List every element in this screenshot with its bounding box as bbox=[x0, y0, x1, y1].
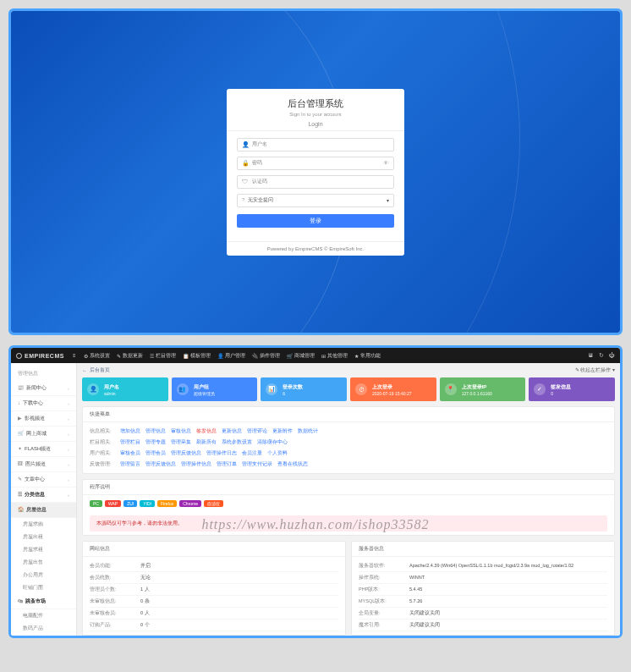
sidebar-subitem[interactable]: 房屋求租 bbox=[11, 543, 76, 556]
password-input[interactable]: 🔒 密码 👁 bbox=[237, 157, 394, 170]
logout-icon[interactable]: ⏻ bbox=[609, 352, 615, 359]
quick-link[interactable]: 审核信息 bbox=[171, 428, 191, 434]
sidebar-icon: ✦ bbox=[18, 446, 22, 451]
sidebar-subitem[interactable]: 房屋出售 bbox=[11, 556, 76, 569]
sidebar-item[interactable]: 🖼图片频道› bbox=[11, 457, 76, 472]
card-icon: 👥 bbox=[177, 383, 189, 395]
nav-item[interactable]: ✎数据更新 bbox=[117, 352, 143, 360]
nav-icon: ⊞ bbox=[321, 353, 326, 359]
security-question-select[interactable]: ?无安全提问 ▾ bbox=[237, 194, 394, 207]
menu-toggle-icon[interactable]: ≡ bbox=[73, 353, 76, 358]
quick-link[interactable]: 系统参数设置 bbox=[222, 439, 252, 445]
sidebar-subitem[interactable]: 电脑配件 bbox=[11, 609, 76, 622]
nav-item[interactable]: ⚙系统设置 bbox=[84, 352, 110, 360]
quick-link[interactable]: 刷新所有 bbox=[196, 439, 217, 445]
sidebar-subitem[interactable]: 通讯产品 bbox=[11, 635, 76, 636]
nav-item[interactable]: ★常用功能 bbox=[354, 352, 381, 360]
info-row: MYSQL版本:5.7.26 bbox=[359, 596, 607, 608]
breadcrumb[interactable]: ← 后台首页 bbox=[82, 366, 110, 374]
quick-link[interactable]: 管理反馈信息 bbox=[145, 461, 176, 467]
sidebar-item[interactable]: 📰新闻中心› bbox=[11, 381, 76, 396]
username-input[interactable]: 👤 用户名 bbox=[237, 138, 394, 151]
captcha-input[interactable]: 🛡 认证码 bbox=[237, 175, 394, 189]
quick-link[interactable]: 签发信息 bbox=[196, 428, 217, 434]
sidebar-subitem[interactable]: 旺铺门面 bbox=[11, 581, 76, 594]
info-row: 未审核信息:0 条 bbox=[90, 596, 338, 608]
quick-link[interactable]: 更新信息 bbox=[222, 428, 242, 434]
info-row: 服务器软件:Apache/2.4.39 (Win64) OpenSSL/1.1.… bbox=[359, 560, 607, 572]
eye-icon[interactable]: 👁 bbox=[383, 160, 389, 166]
nav-item[interactable]: 📋模板管理 bbox=[183, 352, 211, 360]
quick-link[interactable]: 管理会员 bbox=[145, 450, 166, 456]
lock-icon: 🔒 bbox=[242, 160, 249, 167]
quick-link[interactable]: 管理操作日志 bbox=[206, 450, 237, 456]
nav-icon: 🔌 bbox=[252, 353, 258, 359]
login-button[interactable]: 登录 bbox=[237, 214, 394, 228]
quick-link[interactable]: 数据统计 bbox=[298, 428, 318, 434]
topbar: EMPIRECMS ≡ ⚙系统设置✎数据更新☰栏目管理📋模板管理👤用户管理🔌插件… bbox=[11, 348, 620, 363]
nav-item[interactable]: 👤用户管理 bbox=[217, 352, 245, 360]
quick-link[interactable]: 查看在线状态 bbox=[277, 461, 308, 467]
stat-card[interactable]: 📍上次登录IP127.0.0.1:61160 bbox=[440, 377, 526, 401]
sidebar-item[interactable]: ☰分类信息› bbox=[11, 487, 76, 503]
quick-link[interactable]: 管理反馈信息 bbox=[171, 450, 201, 456]
stat-card[interactable]: ⏱上次登录2020-07-19 15:40:27 bbox=[350, 377, 436, 401]
nav-icon: 📋 bbox=[183, 353, 189, 359]
sidebar-item[interactable]: ✦FLASH频道› bbox=[11, 442, 76, 457]
login-card: 后台管理系统 Sign In to your account Login 👤 用… bbox=[227, 89, 404, 256]
stat-card[interactable]: 👥用户组超级管理员 bbox=[172, 377, 258, 401]
quick-link[interactable]: 管理操作信息 bbox=[181, 461, 211, 467]
quick-link[interactable]: 会员注册 bbox=[242, 450, 262, 456]
chevron-right-icon: › bbox=[68, 432, 69, 437]
nav-item[interactable]: 🛒商城管理 bbox=[287, 352, 315, 360]
info-row: PHP版本:5.4.45 bbox=[359, 584, 607, 596]
quick-link[interactable]: 管理订单 bbox=[217, 461, 237, 467]
info-row: 未审核会员:0 人 bbox=[90, 608, 338, 620]
logo-icon bbox=[16, 353, 22, 359]
login-title: 后台管理系统 bbox=[227, 97, 404, 110]
refresh-icon[interactable]: ↻ bbox=[599, 352, 604, 359]
nav-icon: 🛒 bbox=[287, 353, 293, 359]
sidebar: 管理信息 📰新闻中心›↓下载中心›▶影视频道›🛒网上商城›✦FLASH频道›🖼图… bbox=[11, 363, 77, 636]
shield-icon: 🛡 bbox=[242, 179, 249, 185]
sidebar-item[interactable]: ▶影视频道› bbox=[11, 411, 76, 427]
nav-item[interactable]: 🔌插件管理 bbox=[252, 352, 280, 360]
quick-link[interactable]: 管理栏目 bbox=[120, 439, 140, 445]
stat-card[interactable]: 👤用户名admin bbox=[82, 377, 168, 401]
nav-item[interactable]: ⊞其他管理 bbox=[321, 352, 348, 360]
login-tab[interactable]: Login bbox=[227, 118, 404, 131]
nav-icon: ★ bbox=[354, 353, 359, 359]
stat-card[interactable]: ✓签发信息0 bbox=[529, 377, 615, 401]
quick-link[interactable]: 管理评论 bbox=[247, 428, 267, 434]
quick-link[interactable]: 清除缓存中心 bbox=[257, 439, 288, 445]
quick-link[interactable]: 管理留言 bbox=[120, 461, 140, 467]
sidebar-subitem[interactable]: 办公用房 bbox=[11, 569, 76, 581]
sidebar-subitem[interactable]: 房屋求购 bbox=[11, 518, 76, 531]
sidebar-item[interactable]: ↓下载中心› bbox=[11, 396, 76, 411]
sidebar-subitem[interactable]: 房屋出租 bbox=[11, 531, 76, 543]
quick-row: 信息相关:增加信息管理信息审核信息签发信息更新信息管理评论更新附件数据统计 bbox=[90, 426, 607, 437]
stat-card[interactable]: 📊登录次数6 bbox=[261, 377, 347, 401]
nav-icon: ☰ bbox=[150, 353, 154, 359]
quick-link[interactable]: 增加信息 bbox=[120, 428, 140, 434]
desktop-icon[interactable]: 🖥 bbox=[588, 352, 594, 359]
nav-icon: 👤 bbox=[217, 353, 223, 359]
chevron-right-icon: › bbox=[68, 386, 69, 391]
quick-link[interactable]: 个人资料 bbox=[267, 450, 288, 456]
sidebar-item[interactable]: 🛒网上商城› bbox=[11, 427, 76, 442]
nav-item[interactable]: ☰栏目管理 bbox=[150, 352, 176, 360]
sidebar-item[interactable]: ✎文章中心› bbox=[11, 472, 76, 487]
sidebar-item[interactable]: 🛍跳蚤市场 bbox=[11, 594, 76, 609]
chevron-right-icon: › bbox=[68, 401, 69, 406]
chevron-right-icon: › bbox=[68, 416, 69, 421]
quick-link[interactable]: 管理信息 bbox=[145, 428, 166, 434]
quick-link[interactable]: 更新附件 bbox=[272, 428, 293, 434]
quick-link[interactable]: 审核会员 bbox=[120, 450, 140, 456]
collapse-toggle[interactable]: ✎ 收起左栏操作 ▾ bbox=[575, 366, 615, 374]
brand[interactable]: EMPIRECMS bbox=[16, 353, 64, 359]
sidebar-item[interactable]: 🏠房屋信息 bbox=[11, 503, 76, 518]
quick-link[interactable]: 管理专题 bbox=[145, 439, 166, 445]
sidebar-subitem[interactable]: 数码产品 bbox=[11, 622, 76, 635]
quick-link[interactable]: 管理采集 bbox=[171, 439, 191, 445]
quick-link[interactable]: 管理支付记录 bbox=[242, 461, 272, 467]
